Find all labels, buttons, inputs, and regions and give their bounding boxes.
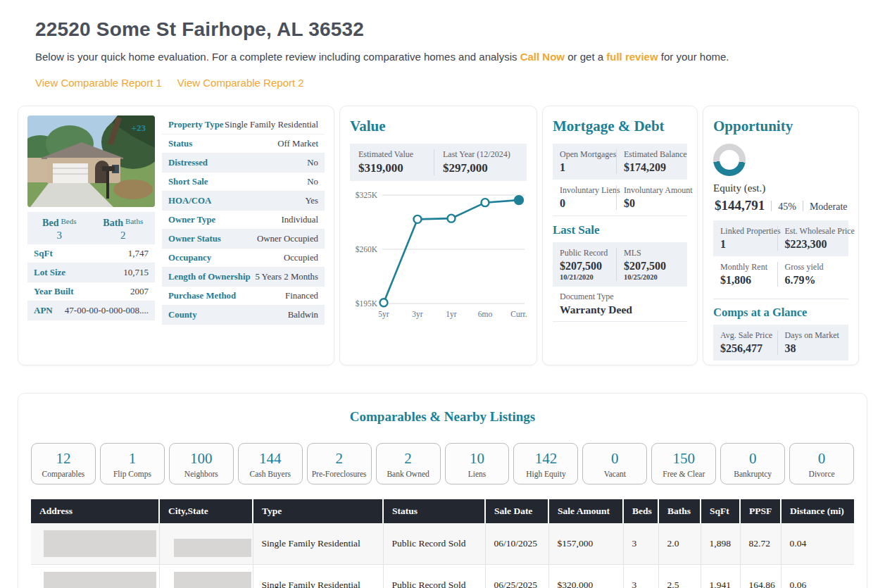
baths-cell: 2.0 [658,523,701,565]
property-attribute-row: Property Type Single Family Residential [162,115,325,135]
stat-box[interactable]: 0 Vacant [582,443,647,484]
stat-box[interactable]: 10 Liens [445,443,510,484]
stat-label: Avg. Sale Price [720,330,777,341]
stat-box-value: 100 [170,450,233,468]
mls-stat: MLS $207,500 10/25/2020 [616,248,680,281]
property-attribute-row: Owner Type Individual [162,211,325,230]
attribute-value: Baldwin [288,310,318,320]
bed-bath-box: BedBeds 3 BathBaths 2 [27,212,155,244]
house-photo-illustration: +23 [27,115,155,207]
attribute-label: County [168,310,197,320]
attribute-value: 5 Years 2 Months [255,272,318,282]
attribute-value: No [307,177,318,187]
sale-amount-cell: $157,000 [548,523,623,565]
table-header-cell[interactable]: Beds [623,499,658,523]
property-attribute-row: APN 47-00-00-0-000-008.... [27,301,155,320]
stat-box-value: 0 [790,450,853,468]
bed-icon: Bed [42,218,58,228]
stat-box-value: 2 [377,450,440,468]
table-header-cell[interactable]: Type [253,499,383,523]
svg-text:3yr: 3yr [412,310,423,319]
page-subtitle: Below is your quick home evaluation. For… [35,51,857,63]
call-now-link[interactable]: Call Now [520,51,565,63]
attribute-label: Length of Ownership [168,272,251,282]
last-sale-heading: Last Sale [553,223,687,237]
stat-box-label: Bank Owned [377,470,440,478]
stat-value: Warranty Deed [560,304,680,316]
last-sale-row: Public Record $207,500 10/21/2020 MLS $2… [553,242,687,287]
stat-box[interactable]: 0 Bankruptcy [720,443,785,484]
value-banner: Estimated Value $319,000 Last Year (12/2… [350,144,527,181]
days-on-market-stat: Days on Market 38 [777,330,842,355]
table-row[interactable]: Single Family Residential Public Record … [31,523,854,565]
comparables-section-title: Comparables & Nearby Listings [31,409,854,425]
city-state-cell [159,565,253,588]
table-header-cell[interactable]: Address [31,499,159,523]
attribute-value: Single Family Residential [225,120,318,130]
table-header-cell[interactable]: Sale Date [485,499,548,523]
stat-label: Monthly Rent [720,262,777,273]
table-header-cell[interactable]: Baths [658,499,701,523]
property-photo[interactable]: +23 [27,115,155,207]
distance-cell: 0.04 [781,523,854,565]
property-attribute-row: Year Built 2007 [27,282,155,301]
value-chart-box: $325K$260K$195K5yr3yr1yr6moCurr. [350,187,527,325]
stat-box-value: 12 [32,450,95,468]
equity-amount: $144,791 [715,198,765,213]
svg-text:1yr: 1yr [446,310,457,319]
subtitle-text: Below is your quick home evaluation. For… [35,51,517,63]
stat-value: 1 [560,161,616,174]
subtitle-text-mid: or get a [567,51,603,63]
stat-box[interactable]: 2 Bank Owned [376,443,441,484]
stat-box[interactable]: 100 Neighbors [169,443,234,484]
property-attribute-row: Short Sale No [162,173,325,192]
attribute-label: SqFt [34,248,53,259]
stat-box[interactable]: 150 Free & Clear [651,443,716,484]
stat-box-label: Neighbors [170,470,233,478]
stat-value: $207,500 [560,260,616,273]
stat-box-label: Cash Buyers [239,470,302,478]
summary-cards-row: +23 BedBeds 3 BathBaths 2 SqFt 1,747 [18,106,867,365]
table-header-cell[interactable]: Status [383,499,485,523]
property-attribute-row: Distressed No [162,154,325,173]
stat-date: 10/21/2020 [560,273,616,281]
table-header-cell[interactable]: Sale Amount [548,499,623,523]
stat-box[interactable]: 12 Comparables [31,443,96,484]
stat-box[interactable]: 1 Flip Comps [100,443,165,484]
table-header-cell[interactable]: SqFt [701,499,740,523]
table-header-cell[interactable]: City,State [159,499,253,523]
equity-percent: 45% [778,201,796,213]
beds-cell: 3 [623,565,658,588]
stat-value: $223,300 [785,238,842,251]
comps-glance-heading: Comps at a Glance [713,306,848,320]
attribute-label: Short Sale [168,177,208,187]
redacted-address [44,572,156,588]
attribute-label: Purchase Method [168,291,236,301]
table-header-cell[interactable]: PPSF [740,499,781,523]
stat-box[interactable]: 142 High Equity [513,443,578,484]
attribute-label: Owner Status [168,234,221,244]
property-left-column: +23 BedBeds 3 BathBaths 2 SqFt 1,747 [27,115,155,356]
attribute-value: Individual [281,215,318,225]
stat-box[interactable]: 0 Divorce [789,443,854,484]
table-row[interactable]: Single Family Residential Public Record … [31,565,854,588]
full-review-link[interactable]: full review [606,51,658,63]
property-attribute-row: County Baldwin [162,306,325,325]
comparable-report-2-link[interactable]: View Comparable Report 2 [177,77,304,89]
property-left-rows: SqFt 1,747 Lot Size 10,715 Year Built 20… [27,244,155,320]
estimated-balance-stat: Estimated Balance $174,209 [616,149,680,174]
attribute-value: Occupied [284,253,318,263]
stat-box-value: 0 [583,450,646,468]
page-header: 22520 Some St Fairhope, AL 36532 Below i… [0,0,885,89]
property-attribute-row: HOA/COA Yes [162,192,325,211]
value-card-title: Value [350,118,527,135]
stat-box[interactable]: 144 Cash Buyers [238,443,303,484]
stat-box-label: Vacant [583,470,646,478]
table-header-cell[interactable]: Distance (mi) [781,499,854,523]
status-cell: Public Record Sold [383,523,485,565]
stat-label: Involuntary Liens [560,185,616,196]
comparable-report-1-link[interactable]: View Comparable Report 1 [35,77,162,89]
public-record-stat: Public Record $207,500 10/21/2020 [560,248,616,281]
property-attribute-row: Status Off Market [162,135,325,154]
stat-box[interactable]: 2 Pre-Foreclosures [307,443,372,484]
